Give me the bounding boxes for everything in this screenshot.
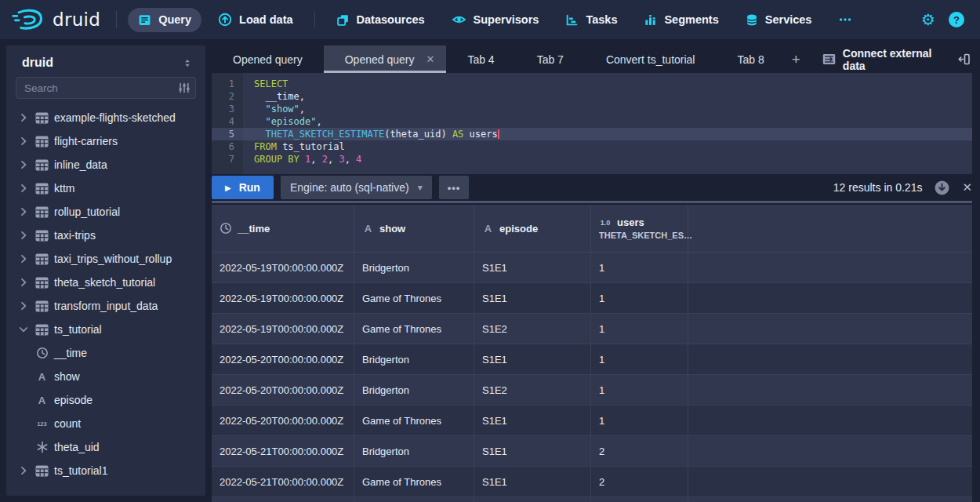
editor-results-splitter[interactable] bbox=[212, 201, 972, 203]
chevron-down-icon[interactable] bbox=[17, 323, 30, 336]
filter-icon[interactable] bbox=[178, 82, 191, 94]
cell-r8-c3[interactable]: S1E1 bbox=[474, 467, 591, 497]
sidebar-item-kttm[interactable]: kttm bbox=[6, 176, 205, 200]
sidebar-item-inline-data[interactable]: inline_data bbox=[6, 153, 205, 176]
add-tab-button[interactable]: + bbox=[786, 51, 807, 68]
nav-item-supervisors[interactable]: Supervisors bbox=[441, 8, 550, 31]
cell-r2-c1[interactable]: 2022-05-19T00:00:00.000Z bbox=[212, 283, 354, 313]
cell-r7-c2[interactable]: Bridgerton bbox=[354, 436, 474, 466]
chevron-right-icon[interactable] bbox=[17, 229, 30, 242]
cell-r3-c1[interactable]: 2022-05-19T00:00:00.000Z bbox=[212, 314, 354, 344]
chevron-right-icon[interactable] bbox=[17, 182, 30, 195]
tab-tab-7-3[interactable]: Tab 7 bbox=[516, 45, 585, 73]
cell-r5-c2[interactable]: Bridgerton bbox=[354, 375, 474, 405]
nav-item-services[interactable]: Services bbox=[735, 8, 822, 32]
cell-r9-c3[interactable] bbox=[474, 497, 591, 502]
download-results-icon[interactable] bbox=[934, 180, 950, 196]
cell-r4-c1[interactable]: 2022-05-20T00:00:00.000Z bbox=[212, 344, 354, 374]
cell-r2-c2[interactable]: Game of Thrones bbox=[354, 283, 474, 313]
sidebar-item-transform-input-data[interactable]: transform_input_data bbox=[6, 294, 205, 318]
chevron-right-icon[interactable] bbox=[17, 253, 30, 265]
cell-r6-c4[interactable]: 1 bbox=[591, 406, 688, 435]
cell-r9-c2[interactable] bbox=[354, 497, 474, 502]
editor-line-2[interactable]: 2 __time, bbox=[212, 90, 972, 103]
tab-opened-query-1[interactable]: Opened query✕ bbox=[324, 45, 447, 73]
nav-item-datasources[interactable]: Datasources bbox=[326, 8, 435, 32]
chevron-right-icon[interactable] bbox=[17, 135, 30, 147]
cell-r9-c4[interactable] bbox=[591, 497, 688, 502]
cell-r2-c4[interactable]: 1 bbox=[591, 283, 688, 313]
chevron-right-icon[interactable] bbox=[17, 300, 30, 312]
nav-item-more[interactable] bbox=[828, 8, 862, 31]
sidebar-column-time[interactable]: __time bbox=[6, 341, 205, 365]
chevron-right-icon[interactable] bbox=[17, 206, 30, 218]
gear-icon[interactable]: ⚙ bbox=[921, 12, 935, 27]
engine-select[interactable]: Engine: auto (sql-native) ▾ bbox=[281, 176, 432, 199]
sidebar-item-ts-tutorial[interactable]: ts_tutorial bbox=[6, 318, 205, 341]
nav-item-query[interactable]: Query bbox=[128, 8, 201, 32]
cell-r5-c4[interactable]: 1 bbox=[591, 375, 688, 405]
editor-line-4[interactable]: 4 "episode", bbox=[212, 115, 972, 128]
sidebar-item-taxi-trips[interactable]: taxi-trips bbox=[6, 224, 205, 247]
nav-item-segments[interactable]: Segments bbox=[633, 8, 728, 32]
cell-r5-c1[interactable]: 2022-05-20T00:00:00.000Z bbox=[212, 375, 354, 405]
tab-tab-4-2[interactable]: Tab 4 bbox=[446, 45, 515, 73]
sidebar-column-theta-uid[interactable]: theta_uid bbox=[6, 435, 205, 459]
chevron-right-icon[interactable] bbox=[17, 158, 30, 171]
tab-opened-query-0[interactable]: Opened query bbox=[212, 45, 324, 73]
connect-external-data-button[interactable]: Connect external data bbox=[822, 47, 935, 72]
cell-r5-c3[interactable]: S1E2 bbox=[474, 375, 591, 405]
cell-r4-c2[interactable]: Bridgerton bbox=[354, 344, 474, 374]
help-icon[interactable]: ? bbox=[949, 12, 964, 27]
cell-r8-c4[interactable]: 2 bbox=[591, 467, 688, 497]
chevron-right-icon[interactable] bbox=[17, 111, 30, 124]
sql-editor[interactable]: 1SELECT2 __time,3 "show",4 "episode",5 T… bbox=[212, 73, 972, 174]
cell-r3-c2[interactable]: Game of Thrones bbox=[354, 314, 474, 344]
query-more-button[interactable]: ••• bbox=[439, 176, 470, 199]
cell-r3-c4[interactable]: 1 bbox=[591, 314, 688, 344]
chevron-right-icon[interactable] bbox=[17, 464, 30, 477]
chevron-right-icon[interactable] bbox=[17, 276, 30, 289]
cell-r7-c3[interactable]: S1E1 bbox=[474, 436, 591, 466]
sidebar-item-theta-sketch-tutorial[interactable]: theta_sketch_tutorial bbox=[6, 271, 205, 294]
close-results-icon[interactable]: ✕ bbox=[962, 180, 972, 195]
cell-r1-c1[interactable]: 2022-05-19T00:00:00.000Z bbox=[212, 253, 354, 282]
cell-r4-c4[interactable]: 1 bbox=[591, 344, 688, 374]
editor-line-1[interactable]: 1SELECT bbox=[212, 78, 972, 90]
druid-logo[interactable]: druid bbox=[11, 6, 100, 33]
run-button[interactable]: ▶ Run bbox=[212, 176, 274, 199]
close-tab-icon[interactable]: ✕ bbox=[426, 53, 434, 65]
column-header-time[interactable]: __time bbox=[212, 205, 354, 252]
cell-r7-c4[interactable]: 2 bbox=[591, 436, 688, 466]
sidebar-item-flight-carriers[interactable]: flight-carriers bbox=[6, 129, 205, 153]
tab-tab-8-5[interactable]: Tab 8 bbox=[716, 45, 785, 73]
cell-r2-c3[interactable]: S1E1 bbox=[474, 283, 591, 313]
cell-r3-c3[interactable]: S1E2 bbox=[474, 314, 591, 344]
sidebar-item-rollup-tutorial[interactable]: rollup_tutorial bbox=[6, 200, 205, 224]
toggle-right-panel-icon[interactable] bbox=[957, 53, 971, 66]
nav-item-load-data[interactable]: Load data bbox=[208, 7, 303, 32]
cell-r8-c1[interactable]: 2022-05-21T00:00:00.000Z bbox=[212, 467, 354, 497]
cell-r9-c1[interactable] bbox=[212, 497, 354, 502]
sidebar-column-episode[interactable]: Aepisode bbox=[6, 388, 205, 412]
editor-line-7[interactable]: 7GROUP BY 1, 2, 3, 4 bbox=[212, 153, 972, 166]
cell-r1-c3[interactable]: S1E1 bbox=[474, 253, 591, 282]
editor-line-6[interactable]: 6FROM ts_tutorial bbox=[212, 140, 972, 153]
cell-r6-c1[interactable]: 2022-05-20T00:00:00.000Z bbox=[212, 406, 354, 435]
cell-r4-c3[interactable]: S1E1 bbox=[474, 344, 591, 374]
sidebar-item-example-flights-sketched[interactable]: example-flights-sketched bbox=[6, 106, 205, 129]
editor-line-3[interactable]: 3 "show", bbox=[212, 103, 972, 115]
cell-r8-c2[interactable]: Game of Thrones bbox=[354, 467, 474, 497]
sidebar-item-ts-tutorial1[interactable]: ts_tutorial1 bbox=[6, 459, 205, 482]
search-input[interactable] bbox=[16, 77, 196, 99]
column-header-show[interactable]: Ashow bbox=[354, 205, 474, 252]
editor-line-5[interactable]: 5 THETA_SKETCH_ESTIMATE(theta_uid) AS us… bbox=[212, 128, 972, 140]
column-header-users[interactable]: 1.0usersTHETA_SKETCH_ES… bbox=[591, 205, 688, 252]
cell-r7-c1[interactable]: 2022-05-21T00:00:00.000Z bbox=[212, 436, 354, 466]
cell-r6-c3[interactable]: S1E1 bbox=[474, 406, 591, 435]
cell-r1-c4[interactable]: 1 bbox=[591, 253, 688, 282]
sidebar-item-taxi-trips-without-rollup[interactable]: taxi_trips_without_rollup bbox=[6, 247, 205, 271]
column-header-episode[interactable]: Aepisode bbox=[474, 205, 591, 252]
cell-r1-c2[interactable]: Bridgerton bbox=[354, 253, 474, 282]
sort-icon[interactable] bbox=[182, 57, 193, 69]
